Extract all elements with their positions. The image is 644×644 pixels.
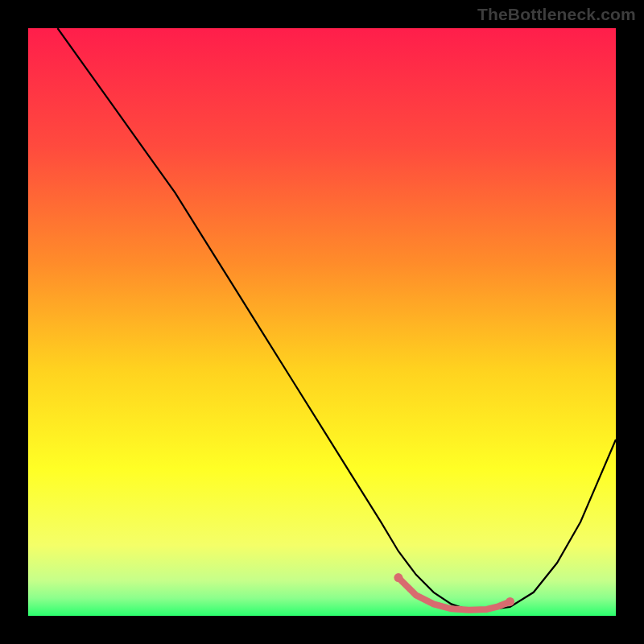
watermark-text: TheBottleneck.com [477, 5, 636, 24]
gradient-background [28, 28, 616, 616]
valley-endpoint-dot [506, 597, 514, 606]
plot-area [28, 28, 616, 616]
valley-endpoint-dot [394, 573, 402, 582]
chart-frame: TheBottleneck.com [0, 0, 644, 644]
bottleneck-chart [28, 28, 616, 616]
